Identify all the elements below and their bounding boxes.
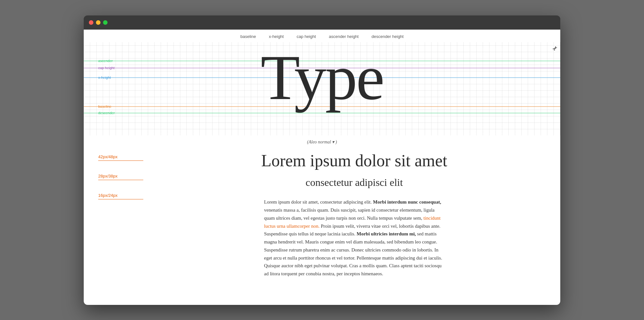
heading-large: Lorem ipsum dolor sit amet (167, 151, 541, 170)
link-text-1: tincidunt luctus urna ullamcorper non. (264, 215, 440, 229)
browser-content: baseline x-height cap height ascender he… (84, 30, 560, 305)
size-item-2: 28px/38px (98, 174, 142, 180)
body-text: Lorem ipsum dolor sit amet, consectetur … (264, 198, 444, 278)
bold-text-1: Morbi interdum nunc consequat, (373, 199, 441, 205)
titlebar (84, 15, 560, 30)
x-height-label: x-height (98, 76, 111, 79)
descender-guideline (84, 113, 560, 113)
heading-medium: consectetur adipisci elit (167, 177, 541, 188)
browser-window: baseline x-height cap height ascender he… (84, 15, 560, 305)
size-label-3: 16px/24px (98, 193, 143, 199)
top-nav: baseline x-height cap height ascender he… (84, 30, 560, 42)
nav-cap-height[interactable]: cap height (297, 34, 316, 39)
size-label-1: 42px/48px (98, 154, 143, 161)
content-area: 42px/48px 28px/38px 16px/24px Lorem ipsu… (84, 151, 560, 291)
minimize-button[interactable] (96, 20, 100, 25)
size-item-3: 16px/24px (98, 193, 142, 199)
ascender-label: ascender (98, 59, 113, 63)
main-content: Lorem ipsum dolor sit amet consectetur a… (148, 151, 560, 278)
nav-x-height[interactable]: x-height (269, 34, 284, 39)
bold-text-2: Morbi ultricies interdum mi, (356, 231, 416, 236)
nav-baseline[interactable]: baseline (241, 34, 256, 39)
specimen-text: Type (261, 45, 384, 110)
specimen-area: ascender cap height x-height baseline de… (84, 42, 560, 135)
nav-descender-height[interactable]: descender height (372, 34, 404, 39)
baseline-label: baseline (98, 105, 111, 108)
size-sidebar: 42px/48px 28px/38px 16px/24px (84, 151, 148, 278)
cap-height-label: cap height (98, 66, 115, 70)
close-button[interactable] (89, 20, 93, 25)
nav-ascender-height[interactable]: ascender height (329, 34, 359, 39)
descender-label: descender (98, 111, 115, 115)
maximize-button[interactable] (103, 20, 108, 25)
body-text-content: Lorem ipsum dolor sit amet, consectetur … (264, 199, 442, 276)
size-item-1: 42px/48px (98, 154, 142, 161)
font-label: (Aleo normal ▾ ) (84, 135, 560, 151)
size-label-2: 28px/38px (98, 174, 143, 180)
